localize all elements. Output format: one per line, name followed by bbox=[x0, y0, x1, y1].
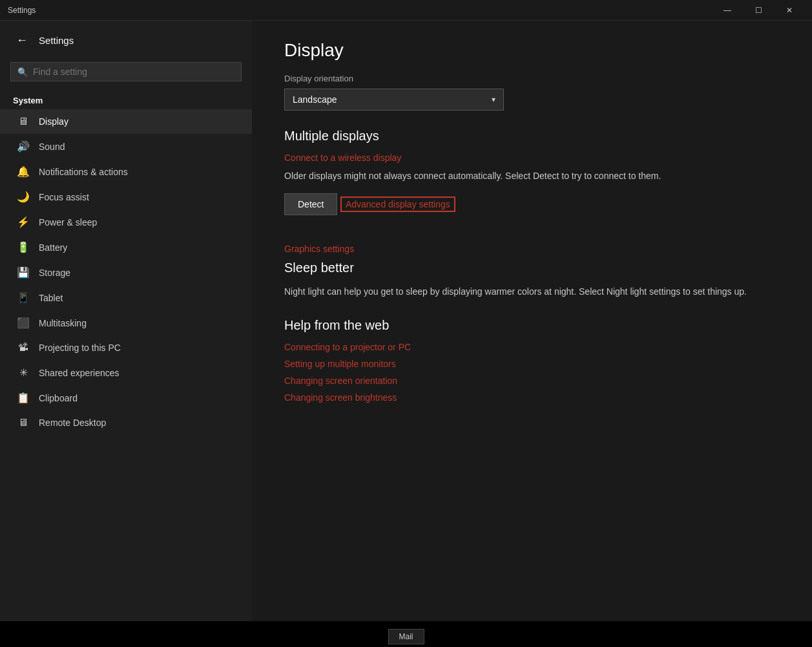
close-button[interactable]: ✕ bbox=[775, 0, 804, 21]
search-input[interactable] bbox=[33, 67, 234, 77]
help-link[interactable]: Changing screen orientation bbox=[284, 376, 780, 386]
back-button[interactable]: ← bbox=[13, 31, 31, 49]
help-link[interactable]: Setting up multiple monitors bbox=[284, 359, 780, 369]
sidebar-item-label-remote: Remote Desktop bbox=[39, 418, 106, 428]
help-link[interactable]: Changing screen brightness bbox=[284, 392, 780, 403]
sidebar-item-remote[interactable]: 🖥 Remote Desktop bbox=[0, 410, 252, 435]
graphics-settings-link[interactable]: Graphics settings bbox=[284, 244, 780, 254]
help-link[interactable]: Connecting to a projector or PC bbox=[284, 342, 780, 352]
sidebar-header: ← Settings bbox=[0, 21, 252, 59]
sidebar-item-label-shared: Shared experiences bbox=[39, 368, 120, 378]
taskbar: Mail bbox=[0, 621, 812, 647]
app-body: ← Settings 🔍 System 🖥 Display 🔊 Sound 🔔 … bbox=[0, 21, 812, 621]
taskbar-mail[interactable]: Mail bbox=[388, 629, 424, 644]
power-icon: ⚡ bbox=[17, 216, 30, 228]
sidebar-item-label-battery: Battery bbox=[39, 242, 67, 253]
sidebar-item-label-display: Display bbox=[39, 116, 68, 127]
sleep-better-heading: Sleep better bbox=[284, 260, 780, 275]
clipboard-icon: 📋 bbox=[17, 392, 30, 404]
remote-icon: 🖥 bbox=[17, 417, 30, 429]
titlebar-title: Settings bbox=[8, 6, 713, 15]
display-icon: 🖥 bbox=[17, 116, 30, 127]
sidebar-item-power[interactable]: ⚡ Power & sleep bbox=[0, 209, 252, 235]
system-label: System bbox=[0, 89, 252, 109]
orientation-dropdown[interactable]: Landscape ▾ bbox=[284, 89, 504, 111]
detect-button[interactable]: Detect bbox=[284, 193, 337, 215]
sidebar-item-label-storage: Storage bbox=[39, 268, 70, 278]
sidebar: ← Settings 🔍 System 🖥 Display 🔊 Sound 🔔 … bbox=[0, 21, 252, 621]
advanced-display-settings-link[interactable]: Advanced display settings bbox=[346, 199, 450, 209]
help-heading: Help from the web bbox=[284, 318, 780, 333]
sidebar-item-clipboard[interactable]: 📋 Clipboard bbox=[0, 385, 252, 410]
sidebar-item-sound[interactable]: 🔊 Sound bbox=[0, 134, 252, 159]
sidebar-item-label-notifications: Notifications & actions bbox=[39, 167, 128, 177]
sidebar-item-multitasking[interactable]: ⬛ Multitasking bbox=[0, 310, 252, 335]
notifications-icon: 🔔 bbox=[17, 165, 30, 178]
search-box[interactable]: 🔍 bbox=[10, 62, 242, 81]
sidebar-item-focus[interactable]: 🌙 Focus assist bbox=[0, 184, 252, 209]
sidebar-item-label-sound: Sound bbox=[39, 142, 65, 152]
older-displays-text: Older displays might not always connect … bbox=[284, 169, 672, 183]
orientation-value: Landscape bbox=[293, 94, 337, 105]
sleep-better-text: Night light can help you get to sleep by… bbox=[284, 284, 775, 299]
sound-icon: 🔊 bbox=[17, 140, 30, 153]
nav-list: 🖥 Display 🔊 Sound 🔔 Notifications & acti… bbox=[0, 109, 252, 435]
focus-icon: 🌙 bbox=[17, 191, 30, 203]
main-panel: Display Display orientation Landscape ▾ … bbox=[252, 21, 812, 621]
page-title: Display bbox=[284, 40, 780, 61]
storage-icon: 💾 bbox=[17, 266, 30, 279]
sidebar-item-display[interactable]: 🖥 Display bbox=[0, 109, 252, 134]
sidebar-item-label-clipboard: Clipboard bbox=[39, 393, 78, 403]
battery-icon: 🔋 bbox=[17, 241, 30, 253]
sidebar-item-label-tablet: Tablet bbox=[39, 293, 63, 303]
sidebar-app-title: Settings bbox=[39, 35, 74, 46]
sidebar-item-label-focus: Focus assist bbox=[39, 192, 89, 202]
sidebar-item-projecting[interactable]: 📽 Projecting to this PC bbox=[0, 335, 252, 360]
sidebar-item-label-multitasking: Multitasking bbox=[39, 318, 87, 328]
multiple-displays-heading: Multiple displays bbox=[284, 129, 780, 143]
sidebar-item-notifications[interactable]: 🔔 Notifications & actions bbox=[0, 159, 252, 184]
multitasking-icon: ⬛ bbox=[17, 317, 30, 329]
titlebar: Settings — ☐ ✕ bbox=[0, 0, 812, 21]
sidebar-item-tablet[interactable]: 📱 Tablet bbox=[0, 285, 252, 310]
search-icon: 🔍 bbox=[17, 67, 28, 77]
sidebar-item-shared[interactable]: ✳ Shared experiences bbox=[0, 360, 252, 385]
sidebar-item-battery[interactable]: 🔋 Battery bbox=[0, 235, 252, 260]
sidebar-item-label-projecting: Projecting to this PC bbox=[39, 343, 121, 353]
wireless-display-link[interactable]: Connect to a wireless display bbox=[284, 153, 780, 163]
orientation-label: Display orientation bbox=[284, 74, 780, 83]
chevron-down-icon: ▾ bbox=[492, 95, 495, 104]
titlebar-controls: — ☐ ✕ bbox=[713, 0, 804, 21]
tablet-icon: 📱 bbox=[17, 292, 30, 304]
shared-icon: ✳ bbox=[17, 366, 30, 379]
projecting-icon: 📽 bbox=[17, 342, 30, 354]
restore-button[interactable]: ☐ bbox=[744, 0, 773, 21]
sidebar-item-label-power: Power & sleep bbox=[39, 217, 97, 228]
minimize-button[interactable]: — bbox=[713, 0, 742, 21]
help-links: Connecting to a projector or PCSetting u… bbox=[284, 342, 780, 403]
advanced-display-settings-box: Advanced display settings bbox=[340, 196, 455, 212]
sidebar-item-storage[interactable]: 💾 Storage bbox=[0, 260, 252, 285]
